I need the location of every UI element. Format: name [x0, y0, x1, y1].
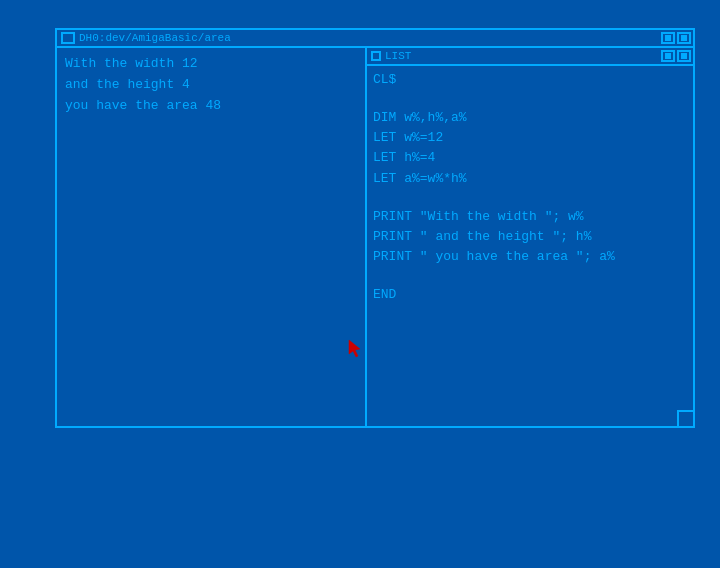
code-line-3: LET w%=12 [373, 128, 687, 148]
list-zoom-inner [681, 53, 687, 59]
list-close-box[interactable] [371, 51, 381, 61]
list-title: LIST [385, 50, 411, 62]
resize-handle[interactable] [677, 410, 693, 426]
list-title-bar: LIST [367, 48, 693, 66]
code-editor[interactable]: CL$ DIM w%,h%,a% LET w%=12 LET h%=4 LET … [367, 66, 693, 426]
desktop: DH0:dev/AmigaBasic/area With the width 1… [0, 0, 720, 568]
code-blank-6 [373, 189, 687, 207]
code-blank-10 [373, 267, 687, 285]
output-line-3: you have the area 48 [65, 96, 357, 117]
depth-button-inner [665, 35, 671, 41]
list-title-buttons [661, 50, 691, 62]
code-line-0: CL$ [373, 70, 687, 90]
output-text: With the width 12 and the height 4 you h… [65, 54, 357, 116]
code-line-4: LET h%=4 [373, 148, 687, 168]
code-line-5: LET a%=w%*h% [373, 169, 687, 189]
code-line-7: PRINT "With the width "; w% [373, 207, 687, 227]
window-content: With the width 12 and the height 4 you h… [57, 48, 693, 426]
window-close-box[interactable] [61, 32, 75, 44]
title-bar-buttons [661, 32, 691, 44]
title-bar: DH0:dev/AmigaBasic/area [57, 30, 693, 48]
code-line-2: DIM w%,h%,a% [373, 108, 687, 128]
output-line-1: With the width 12 [65, 54, 357, 75]
title-bar-left: DH0:dev/AmigaBasic/area [61, 32, 231, 44]
code-blank-1 [373, 90, 687, 108]
left-panel: With the width 12 and the height 4 you h… [57, 48, 367, 426]
output-line-2: and the height 4 [65, 75, 357, 96]
zoom-button[interactable] [677, 32, 691, 44]
list-zoom-button[interactable] [677, 50, 691, 62]
code-line-9: PRINT " you have the area "; a% [373, 247, 687, 267]
list-title-fill [411, 48, 689, 64]
right-panel: LIST CL$ DIM w% [367, 48, 693, 426]
main-window: DH0:dev/AmigaBasic/area With the width 1… [55, 28, 695, 428]
list-depth-button[interactable] [661, 50, 675, 62]
code-line-8: PRINT " and the height "; h% [373, 227, 687, 247]
window-title: DH0:dev/AmigaBasic/area [79, 32, 231, 44]
depth-button[interactable] [661, 32, 675, 44]
list-depth-inner [665, 53, 671, 59]
svg-marker-0 [349, 340, 360, 357]
list-title-left: LIST [371, 50, 411, 62]
cursor-icon [347, 338, 367, 358]
zoom-button-inner [681, 35, 687, 41]
code-line-11: END [373, 285, 687, 305]
